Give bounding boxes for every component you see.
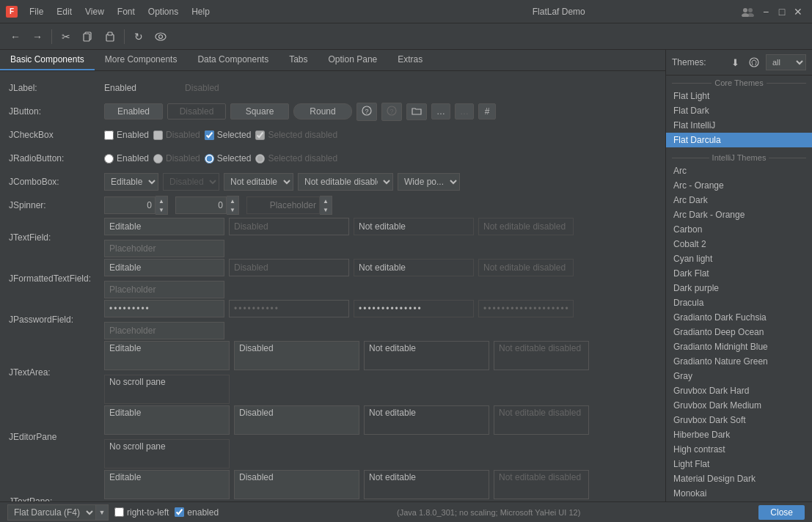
refresh-button[interactable]: ↻ xyxy=(129,27,148,46)
rtl-checkbox[interactable] xyxy=(114,507,124,517)
theme-monokai[interactable]: Monokai xyxy=(666,486,812,501)
theme-gradianto-dark-fuchsia[interactable]: Gradianto Dark Fuchsia xyxy=(666,310,812,325)
theme-light-flat[interactable]: Light Flat xyxy=(666,457,812,471)
jradio-enabled-input[interactable] xyxy=(104,154,114,163)
copy-button[interactable] xyxy=(78,27,98,46)
back-button[interactable]: ← xyxy=(6,27,25,46)
theme-material-design-dark[interactable]: Material Design Dark xyxy=(666,471,812,486)
theme-gruvbox-dark-hard[interactable]: Gruvbox Dark Hard xyxy=(666,383,812,398)
theme-dark-purple[interactable]: Dark purple xyxy=(666,281,812,295)
jbutton-round[interactable]: Round xyxy=(293,103,352,120)
jcheckbox-enabled-wrap[interactable]: Enabled xyxy=(104,130,149,140)
jeditorpane-not-editable[interactable]: Not editable xyxy=(364,405,489,435)
jtextfield-placeholder[interactable] xyxy=(104,240,224,257)
forward-button[interactable]: → xyxy=(28,27,47,46)
enabled-checkbox[interactable] xyxy=(175,507,184,517)
paste-button[interactable] xyxy=(100,27,120,46)
jbutton-help1[interactable]: ? xyxy=(356,103,377,121)
theme-gradianto-deep-ocean[interactable]: Gradianto Deep Ocean xyxy=(666,325,812,339)
theme-gruvbox-dark-medium[interactable]: Gruvbox Dark Medium xyxy=(666,398,812,413)
jtextarea-editable[interactable]: Editable xyxy=(104,341,230,370)
jtextarea-not-editable[interactable]: Not editable xyxy=(364,341,489,370)
theme-flat-intellij[interactable]: Flat IntelliJ xyxy=(666,118,812,133)
rtl-checkbox-wrap[interactable]: right-to-left xyxy=(114,507,169,518)
jeditorpane-editable[interactable]: Editable xyxy=(104,405,230,435)
jpassword-1[interactable] xyxy=(104,300,224,317)
jformatted-editable[interactable] xyxy=(104,259,224,276)
jformatted-placeholder[interactable] xyxy=(104,281,224,298)
menu-file[interactable]: File xyxy=(23,5,49,18)
jcheckbox-enabled-input[interactable] xyxy=(104,130,114,140)
jtextfield-not-editable[interactable] xyxy=(354,218,474,235)
jspinner-1-up[interactable]: ▲ xyxy=(156,196,167,205)
close-window-button[interactable]: ✕ xyxy=(790,4,806,20)
theme-gradianto-midnight-blue[interactable]: Gradianto Midnight Blue xyxy=(666,339,812,354)
theme-arc-orange[interactable]: Arc - Orange xyxy=(666,178,812,193)
theme-high-contrast[interactable]: High contrast xyxy=(666,442,812,457)
theme-gruvbox-dark-soft[interactable]: Gruvbox Dark Soft xyxy=(666,413,812,427)
jbutton-hash[interactable]: # xyxy=(478,103,496,120)
theme-arc[interactable]: Arc xyxy=(666,163,812,178)
maximize-button[interactable]: □ xyxy=(774,4,790,20)
enabled-checkbox-wrap[interactable]: enabled xyxy=(175,507,219,518)
theme-combo-select[interactable]: Flat Darcula (F4) xyxy=(7,504,95,521)
themes-download-button[interactable]: ⬇ xyxy=(728,55,742,70)
tab-data-components[interactable]: Data Components xyxy=(187,50,279,70)
jeditorpane-noscroll[interactable]: No scroll pane xyxy=(104,439,230,468)
jspinner-3-input[interactable] xyxy=(246,196,320,214)
themes-filter-select[interactable]: all xyxy=(766,54,806,70)
menu-font[interactable]: Font xyxy=(111,5,141,18)
cut-button[interactable]: ✂ xyxy=(56,27,76,46)
jcombobox-editable[interactable]: Editable xyxy=(104,173,158,191)
menu-help[interactable]: Help xyxy=(186,5,216,18)
menu-view[interactable]: View xyxy=(79,5,110,18)
jspinner-1-down[interactable]: ▼ xyxy=(156,205,167,214)
minimize-button[interactable]: − xyxy=(758,4,774,20)
jpassword-placeholder[interactable] xyxy=(104,322,224,339)
jcombobox-wide[interactable]: Wide po... xyxy=(398,173,460,191)
theme-flat-dark[interactable]: Flat Dark xyxy=(666,103,812,118)
jpassword-3[interactable] xyxy=(354,300,474,317)
jbutton-square[interactable]: Square xyxy=(230,103,289,120)
jtextarea-noscroll[interactable]: No scroll pane xyxy=(104,375,230,404)
jtextpane-editable[interactable]: Editable xyxy=(104,470,230,499)
theme-dracula[interactable]: Dracula xyxy=(666,295,812,310)
theme-flat-darcula[interactable]: Flat Darcula xyxy=(666,133,812,147)
jradio-selected-wrap[interactable]: Selected xyxy=(205,153,252,163)
jtextfield-editable[interactable] xyxy=(104,218,224,235)
tab-basic-components[interactable]: Basic Components xyxy=(0,50,95,70)
jbutton-dots1[interactable]: … xyxy=(431,103,450,120)
theme-flat-light[interactable]: Flat Light xyxy=(666,89,812,103)
jspinner-1-input[interactable] xyxy=(104,196,156,214)
jbutton-folder[interactable] xyxy=(406,103,427,120)
tab-more-components[interactable]: More Components xyxy=(95,50,188,70)
theme-hiberbee-dark[interactable]: Hiberbee Dark xyxy=(666,427,812,442)
jspinner-3-up[interactable]: ▲ xyxy=(320,196,332,205)
theme-arc-dark-orange[interactable]: Arc Dark - Orange xyxy=(666,207,812,222)
jcheckbox-selected-input[interactable] xyxy=(205,130,214,140)
themes-github-button[interactable] xyxy=(747,55,761,70)
menu-edit[interactable]: Edit xyxy=(51,5,78,18)
theme-dark-flat[interactable]: Dark Flat xyxy=(666,266,812,281)
jspinner-2-down[interactable]: ▼ xyxy=(227,205,238,214)
jcheckbox-selected-wrap[interactable]: Selected xyxy=(205,130,252,140)
theme-carbon[interactable]: Carbon xyxy=(666,222,812,237)
eye-button[interactable] xyxy=(151,27,170,46)
jradio-enabled-wrap[interactable]: Enabled xyxy=(104,153,149,163)
jcombobox-not-editable[interactable]: Not editable xyxy=(224,173,293,191)
jbutton-enabled[interactable]: Enabled xyxy=(104,103,163,120)
jspinner-2-up[interactable]: ▲ xyxy=(227,196,238,205)
theme-gradianto-nature-green[interactable]: Gradianto Nature Green xyxy=(666,354,812,369)
theme-combo-arrow[interactable]: ▼ xyxy=(95,504,109,521)
close-button[interactable]: Close xyxy=(758,505,805,520)
tab-tabs[interactable]: Tabs xyxy=(279,50,318,70)
theme-arc-dark[interactable]: Arc Dark xyxy=(666,193,812,207)
tab-extras[interactable]: Extras xyxy=(387,50,433,70)
theme-gray[interactable]: Gray xyxy=(666,369,812,383)
jformatted-not-editable[interactable] xyxy=(354,259,474,276)
theme-cobalt2[interactable]: Cobalt 2 xyxy=(666,237,812,251)
jspinner-3-down[interactable]: ▼ xyxy=(320,205,332,214)
jtextpane-not-editable[interactable]: Not editable xyxy=(364,470,489,499)
tab-option-pane[interactable]: Option Pane xyxy=(318,50,388,70)
jradio-selected-input[interactable] xyxy=(205,154,214,163)
